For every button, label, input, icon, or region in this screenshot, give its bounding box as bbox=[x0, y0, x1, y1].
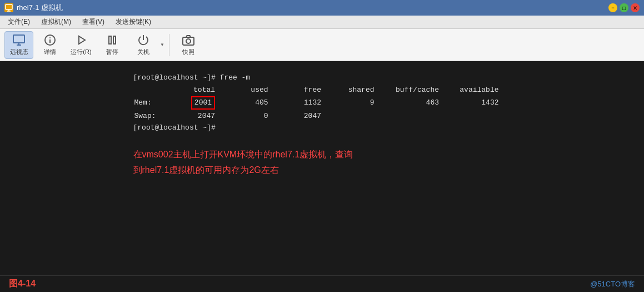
toolbar-console-button[interactable]: 远视态 bbox=[4, 31, 33, 59]
mem-label: Mem: bbox=[134, 96, 173, 110]
blog-label: @51CTO博客 bbox=[590, 279, 635, 289]
info-icon bbox=[43, 33, 57, 47]
run-label: 运行(R) bbox=[71, 48, 91, 56]
mem-used: 405 bbox=[227, 96, 279, 110]
details-label: 详情 bbox=[44, 48, 56, 56]
camera-icon bbox=[182, 33, 195, 47]
menu-file[interactable]: 文件(E) bbox=[2, 16, 36, 28]
chevron-down-icon: ▼ bbox=[160, 42, 164, 47]
title-bar: rhel7-1 虚拟机 － □ ✕ bbox=[0, 0, 644, 16]
swap-row: Swap: 2047 0 2047 bbox=[134, 111, 510, 122]
svg-point-8 bbox=[49, 37, 51, 38]
swap-shared bbox=[333, 111, 385, 122]
mem-free: 1132 bbox=[281, 96, 332, 110]
svg-rect-11 bbox=[113, 36, 116, 44]
toolbar: 远视态 详情 运行(R) 暂停 bbox=[0, 29, 644, 61]
mem-total-value: 2001 bbox=[191, 96, 215, 110]
maximize-button[interactable]: □ bbox=[620, 3, 628, 12]
main-content: [root@localhost ~]# free -m total used f… bbox=[0, 61, 644, 275]
label-col-header bbox=[134, 85, 173, 96]
monitor-icon bbox=[12, 33, 26, 47]
buff-cache-header: buff/cache bbox=[386, 85, 450, 96]
close-button[interactable]: ✕ bbox=[631, 3, 640, 12]
window-title: rhel7-1 虚拟机 bbox=[17, 3, 63, 13]
pause-label: 暂停 bbox=[106, 48, 118, 56]
used-header: used bbox=[227, 85, 279, 96]
mem-total: 2001 bbox=[174, 96, 226, 110]
menu-vm[interactable]: 虚拟机(M) bbox=[36, 16, 77, 28]
menu-bar: 文件(E) 虚拟机(M) 查看(V) 发送按键(K) bbox=[0, 16, 644, 29]
total-header: total bbox=[174, 85, 226, 96]
swap-available bbox=[451, 111, 510, 122]
console-label: 远视态 bbox=[10, 48, 28, 56]
swap-buff-cache bbox=[386, 111, 450, 122]
mem-row: Mem: 2001 405 1132 9 463 1432 bbox=[134, 96, 510, 110]
terminal: [root@localhost ~]# free -m total used f… bbox=[133, 72, 511, 133]
shutdown-label: 关机 bbox=[137, 48, 149, 56]
swap-used: 0 bbox=[227, 111, 279, 122]
mem-buff-cache: 463 bbox=[386, 96, 450, 110]
figure-label: 图4-14 bbox=[9, 278, 36, 290]
svg-point-13 bbox=[186, 39, 191, 43]
mem-shared: 9 bbox=[333, 96, 385, 110]
svg-rect-0 bbox=[6, 4, 12, 9]
toolbar-pause-button[interactable]: 暂停 bbox=[98, 31, 127, 59]
pause-icon bbox=[106, 33, 119, 47]
free-header: free bbox=[281, 85, 332, 96]
app-icon bbox=[4, 3, 13, 12]
snapshot-label: 快照 bbox=[182, 48, 194, 56]
terminal-output-table: total used free shared buff/cache availa… bbox=[133, 83, 511, 123]
status-bar: 图4-14 @51CTO博客 bbox=[0, 275, 644, 292]
annotation-line2: 到rhel7.1虚拟机的可用内存为2G左右 bbox=[133, 162, 511, 179]
window-controls: － □ ✕ bbox=[608, 3, 640, 12]
annotation-line1: 在vms002主机上打开KVM环境中的rhel7.1虚拟机，查询 bbox=[133, 147, 511, 163]
annotation: 在vms002主机上打开KVM环境中的rhel7.1虚拟机，查询 到rhel7.… bbox=[133, 147, 511, 179]
toolbar-separator bbox=[169, 34, 169, 56]
menu-sendkey[interactable]: 发送按键(K) bbox=[110, 16, 157, 28]
minimize-button[interactable]: － bbox=[608, 3, 617, 12]
power-icon bbox=[137, 33, 150, 47]
swap-label: Swap: bbox=[134, 111, 173, 122]
terminal-prompt1: [root@localhost ~]# free -m bbox=[133, 72, 511, 83]
swap-total: 2047 bbox=[174, 111, 226, 122]
toolbar-shutdown-button[interactable]: 关机 bbox=[129, 31, 158, 59]
shared-header: shared bbox=[333, 85, 385, 96]
mem-available: 1432 bbox=[451, 96, 510, 110]
available-header: available bbox=[451, 85, 510, 96]
toolbar-details-button[interactable]: 详情 bbox=[36, 31, 64, 59]
menu-view[interactable]: 查看(V) bbox=[77, 16, 110, 28]
toolbar-dropdown[interactable]: ▼ bbox=[160, 42, 164, 47]
swap-free: 2047 bbox=[281, 111, 332, 122]
table-header-row: total used free shared buff/cache availa… bbox=[134, 85, 510, 96]
terminal-prompt2: [root@localhost ~]# bbox=[133, 122, 511, 133]
play-icon bbox=[74, 33, 88, 47]
svg-marker-9 bbox=[79, 36, 85, 44]
svg-rect-3 bbox=[13, 35, 24, 43]
toolbar-snapshot-button[interactable]: 快照 bbox=[174, 31, 203, 59]
svg-rect-10 bbox=[109, 36, 111, 44]
toolbar-run-button[interactable]: 运行(R) bbox=[67, 31, 96, 59]
